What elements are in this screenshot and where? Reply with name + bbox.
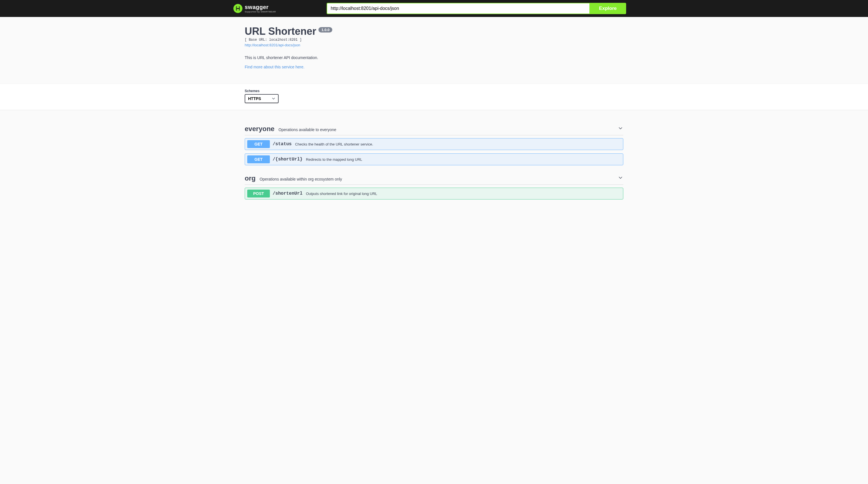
operation-post-0[interactable]: POST/shortenUrlOutputs shortened link fo… [245, 188, 623, 200]
api-title: URL Shortener [245, 25, 316, 37]
swagger-logo[interactable]: swagger Supported by SMARTBEAR [234, 4, 276, 13]
operation-path: /status [273, 142, 291, 147]
schemes-section: Schemes HTTPS [0, 84, 868, 110]
tag-header-org[interactable]: orgOperations available within org ecosy… [245, 170, 623, 185]
operation-path: /{shortUrl} [273, 157, 303, 162]
method-badge: GET [247, 140, 270, 148]
svg-point-0 [237, 8, 238, 9]
version-badge: 1.0.0 [318, 27, 332, 32]
chevron-down-icon [618, 125, 623, 132]
logo-subtitle: Supported by SMARTBEAR [245, 10, 276, 13]
spec-url-input[interactable] [327, 3, 589, 14]
tag-left: everyoneOperations available to everyone [245, 125, 336, 133]
tag-description: Operations available within org ecosyste… [260, 177, 342, 181]
operation-path: /shortenUrl [273, 191, 303, 196]
operations-section: everyoneOperations available to everyone… [0, 110, 868, 214]
swagger-logo-icon [234, 4, 242, 13]
operation-get-1[interactable]: GET/{shortUrl}Redirects to the mapped lo… [245, 153, 623, 165]
api-description: This is URL shortener API documentation. [245, 55, 623, 60]
svg-point-1 [238, 8, 238, 9]
operation-summary: Redirects to the mapped long URL [306, 157, 362, 162]
tag-left: orgOperations available within org ecosy… [245, 174, 342, 182]
schemes-label: Schemes [245, 89, 623, 93]
info-section: URL Shortener 1.0.0 [ Base URL: localhos… [0, 17, 868, 75]
tag-name: everyone [245, 125, 274, 133]
operation-get-0[interactable]: GET/statusChecks the health of the URL s… [245, 138, 623, 150]
schemes-select[interactable]: HTTPS [245, 94, 279, 103]
explore-button[interactable]: Explore [589, 3, 626, 14]
operation-summary: Outputs shortened link for original long… [306, 191, 377, 196]
docs-url-link[interactable]: http://localhost:8201/api-docs/json [245, 43, 300, 47]
tag-name: org [245, 174, 256, 182]
tag-description: Operations available to everyone [278, 127, 336, 132]
method-badge: POST [247, 189, 270, 198]
logo-title: swagger [245, 4, 276, 10]
base-url: [ Base URL: localhost:8201 ] [245, 38, 623, 42]
external-docs-link[interactable]: Find more about this service here. [245, 65, 305, 69]
operation-summary: Checks the health of the URL shortener s… [295, 142, 373, 146]
svg-point-2 [239, 8, 239, 9]
chevron-down-icon [618, 175, 623, 182]
topbar: swagger Supported by SMARTBEAR Explore [0, 0, 868, 17]
explore-form: Explore [327, 3, 626, 14]
method-badge: GET [247, 155, 270, 163]
tag-header-everyone[interactable]: everyoneOperations available to everyone [245, 121, 623, 135]
